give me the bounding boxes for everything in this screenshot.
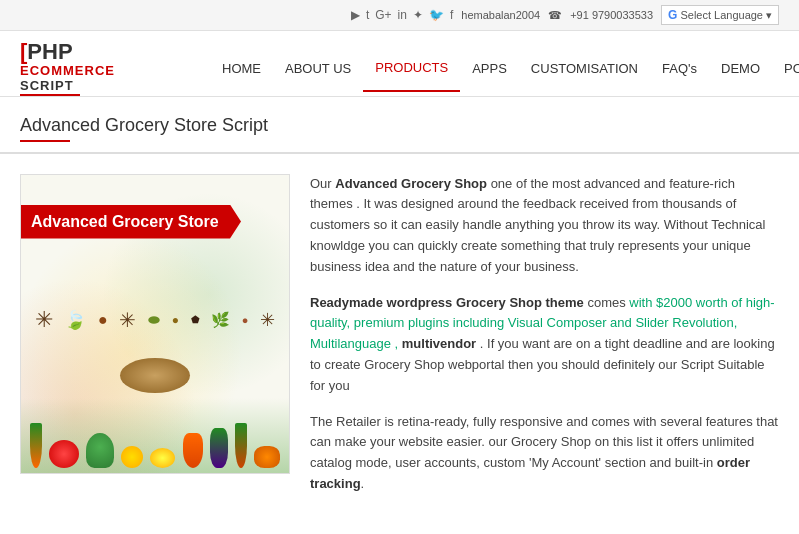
clove-icon: ⬟ bbox=[191, 314, 200, 325]
logo-php-text: [PHP bbox=[20, 41, 73, 63]
twitter-bird-icon[interactable]: 🐦 bbox=[429, 8, 444, 22]
logo-top: [PHP bbox=[20, 41, 150, 63]
cardamom-icon: ⬬ bbox=[148, 311, 160, 328]
spice-icon-2: ● bbox=[172, 313, 179, 327]
email-info: hemabalan2004 bbox=[461, 9, 540, 21]
lemon-icon bbox=[150, 448, 175, 468]
broccoli-icon bbox=[86, 433, 114, 468]
logo-ecommerce-text: ECOMMERCE bbox=[20, 63, 150, 79]
para3-suffix: . bbox=[361, 476, 365, 491]
para2-bold: Readymade wordpress Grocery Shop theme bbox=[310, 295, 584, 310]
para1-prefix: Our bbox=[310, 176, 335, 191]
description-para3: The Retailer is retina-ready, fully resp… bbox=[310, 412, 779, 495]
product-banner: Advanced Grocery Store bbox=[21, 205, 241, 239]
main-content: Advanced Grocery Store ✳ 🍃 ● ✳ ⬬ ● ⬟ 🌿 ●… bbox=[0, 154, 799, 530]
product-image-wrapper: Advanced Grocery Store ✳ 🍃 ● ✳ ⬬ ● ⬟ 🌿 ●… bbox=[20, 174, 290, 510]
page-title-section: Advanced Grocery Store Script bbox=[0, 97, 799, 154]
main-nav: HOME ABOUT US PRODUCTS APPS CUSTOMISATIO… bbox=[210, 45, 799, 92]
google-g-icon: G bbox=[668, 8, 677, 22]
contact-info: hemabalan2004 ☎ +91 9790033533 bbox=[461, 9, 653, 22]
tomato-icon bbox=[49, 440, 79, 468]
chevron-down-icon: ▾ bbox=[766, 9, 772, 22]
pinterest-icon[interactable]: ✦ bbox=[413, 8, 423, 22]
description-para1: Our Advanced Grocery Shop one of the mos… bbox=[310, 174, 779, 278]
page-title: Advanced Grocery Store Script bbox=[20, 115, 779, 136]
leaf-icon: 🍃 bbox=[64, 309, 86, 331]
google-plus-icon[interactable]: G+ bbox=[375, 8, 391, 22]
nav-products[interactable]: PRODUCTS bbox=[363, 45, 460, 92]
description-para2: Readymade wordpress Grocery Shop theme c… bbox=[310, 293, 779, 397]
star-anise-icon: ✳ bbox=[35, 307, 53, 333]
top-bar: ▶ t G+ in ✦ 🐦 f hemabalan2004 ☎ +91 9790… bbox=[0, 0, 799, 31]
para3-prefix: The Retailer is retina-ready, fully resp… bbox=[310, 414, 778, 471]
nav-customisation[interactable]: CUSTOMISATION bbox=[519, 46, 650, 91]
logo[interactable]: [PHP ECOMMERCE SCRIPT bbox=[20, 41, 150, 96]
eggplant-icon bbox=[210, 428, 228, 468]
product-description: Our Advanced Grocery Shop one of the mos… bbox=[310, 174, 779, 510]
leaf-icon-2: 🌿 bbox=[211, 311, 230, 329]
carrot-icon bbox=[30, 423, 42, 468]
vegetable-row bbox=[21, 398, 289, 473]
lang-label: Select Language bbox=[680, 9, 763, 21]
logo-underline bbox=[20, 94, 80, 96]
star-anise-icon-2: ✳ bbox=[119, 308, 136, 332]
linkedin-icon[interactable]: in bbox=[398, 8, 407, 22]
language-selector[interactable]: G Select Language ▾ bbox=[661, 5, 779, 25]
spice-bowl bbox=[120, 358, 190, 393]
facebook-icon[interactable]: f bbox=[450, 8, 453, 22]
nav-home[interactable]: HOME bbox=[210, 46, 273, 91]
page-title-underline bbox=[20, 140, 70, 142]
nav-about[interactable]: ABOUT US bbox=[273, 46, 363, 91]
nav-portfolio[interactable]: PORTFOLIO bbox=[772, 46, 799, 91]
tomato-icon-3 bbox=[254, 446, 280, 468]
twitter-t-icon[interactable]: t bbox=[366, 8, 369, 22]
para2-bold2: multivendor bbox=[398, 336, 476, 351]
nav-demo[interactable]: DEMO bbox=[709, 46, 772, 91]
carrot-icon-2 bbox=[235, 423, 247, 468]
logo-script-text: SCRIPT bbox=[20, 79, 150, 92]
star-icon: ✳ bbox=[260, 309, 275, 331]
para1-bold: Advanced Grocery Shop bbox=[335, 176, 487, 191]
youtube-icon[interactable]: ▶ bbox=[351, 8, 360, 22]
spice-icon-3: ● bbox=[242, 314, 249, 326]
nav-apps[interactable]: APPS bbox=[460, 46, 519, 91]
tomato-icon-2 bbox=[121, 446, 143, 468]
spice-icon-1: ● bbox=[98, 311, 108, 329]
product-image-box: Advanced Grocery Store ✳ 🍃 ● ✳ ⬬ ● ⬟ 🌿 ●… bbox=[20, 174, 290, 474]
header: [PHP ECOMMERCE SCRIPT HOME ABOUT US PROD… bbox=[0, 31, 799, 97]
pepper-icon bbox=[183, 433, 203, 468]
para2-middle: comes bbox=[584, 295, 630, 310]
nav-faq[interactable]: FAQ's bbox=[650, 46, 709, 91]
social-icons: ▶ t G+ in ✦ 🐦 f bbox=[351, 8, 453, 22]
phone-info: +91 9790033533 bbox=[570, 9, 653, 21]
phone-separator: ☎ bbox=[548, 9, 562, 22]
